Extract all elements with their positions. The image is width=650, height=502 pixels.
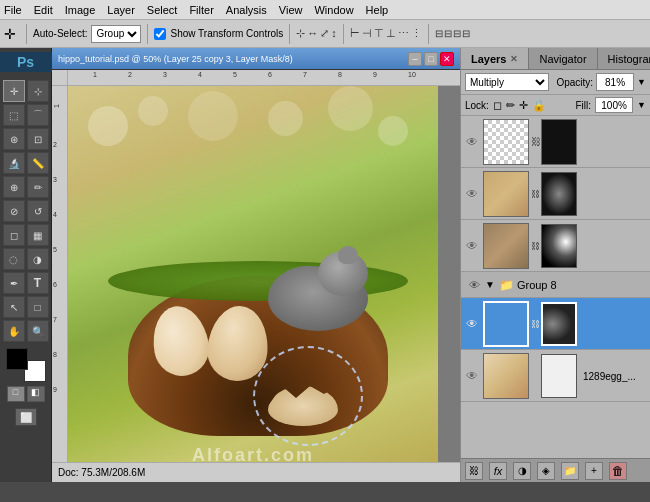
lock-transparent-btn[interactable]: ◻ (493, 99, 502, 112)
blur-tool[interactable]: ◌ (3, 248, 25, 270)
group-folder-icon: 📁 (499, 278, 514, 292)
layer-item[interactable]: 👁 ⛓ (461, 220, 650, 272)
layer-mask-thumbnail (541, 172, 577, 216)
menu-file[interactable]: File (4, 4, 22, 16)
tab-navigator[interactable]: Navigator (529, 48, 597, 69)
dodge-tool[interactable]: ◑ (27, 248, 49, 270)
pen-tool[interactable]: ✒ (3, 272, 25, 294)
ruler-h-9: 9 (373, 71, 377, 78)
artboard-tool[interactable]: ⊹ (27, 80, 49, 102)
ruler-v-1: 1 (53, 104, 60, 108)
tab-histogram[interactable]: Histogram (598, 48, 650, 69)
layer-group-item[interactable]: 👁 ▼ 📁 Group 8 (461, 272, 650, 298)
quickmask-mode-btn[interactable]: ◧ (27, 386, 45, 402)
spot-heal-tool[interactable]: ⊕ (3, 176, 25, 198)
opacity-label: Opacity: (556, 77, 593, 88)
brush-tool[interactable]: ✏ (27, 176, 49, 198)
lock-label: Lock: (465, 100, 489, 111)
ruler-v-3: 3 (53, 176, 57, 183)
ps-logo: Ps (0, 52, 52, 72)
path-select-tool[interactable]: ↖ (3, 296, 25, 318)
gradient-tool[interactable]: ▦ (27, 224, 49, 246)
group-expand-arrow[interactable]: ▼ (485, 279, 495, 290)
marquee-tool[interactable]: ⬚ (3, 104, 25, 126)
canvas-minimize-btn[interactable]: – (408, 52, 422, 66)
lock-pixels-btn[interactable]: ✏ (506, 99, 515, 112)
layer-thumbnail (483, 119, 529, 165)
show-transform-label: Show Transform Controls (170, 28, 283, 39)
layer-item[interactable]: 👁 ⛓ (461, 116, 650, 168)
tab-histogram-label: Histogram (608, 53, 650, 65)
layer-thumbnail (483, 171, 529, 217)
menu-filter[interactable]: Filter (189, 4, 213, 16)
delete-layer-btn[interactable]: 🗑 (609, 462, 627, 480)
opacity-input[interactable] (596, 73, 634, 91)
menu-analysis[interactable]: Analysis (226, 4, 267, 16)
layer-visibility-toggle[interactable]: 👁 (463, 185, 481, 203)
lasso-tool[interactable]: ⌒ (27, 104, 49, 126)
menu-select[interactable]: Select (147, 4, 178, 16)
fill-label: Fill: (576, 100, 592, 111)
history-brush-tool[interactable]: ↺ (27, 200, 49, 222)
autoselect-dropdown[interactable]: Group Layer (91, 25, 141, 43)
layer-thumbnail (483, 301, 529, 347)
canvas-titlebar: hippo_tutorial.psd @ 50% (Layer 25 copy … (52, 48, 460, 70)
layer-mask-thumbnail (541, 119, 577, 165)
layer-visibility-toggle[interactable]: 👁 (463, 367, 481, 385)
zoom-tool[interactable]: 🔍 (27, 320, 49, 342)
tab-layers-close[interactable]: ✕ (510, 54, 518, 64)
move-tool[interactable]: ✛ (3, 80, 25, 102)
eyedropper-tool[interactable]: 🔬 (3, 152, 25, 174)
hand-tool[interactable]: ✋ (3, 320, 25, 342)
layer-item[interactable]: 👁 ⛓ (461, 168, 650, 220)
add-adjustment-btn[interactable]: ◈ (537, 462, 555, 480)
fill-arrow[interactable]: ▼ (637, 100, 646, 110)
clone-stamp-tool[interactable]: ⊘ (3, 200, 25, 222)
link-layers-btn[interactable]: ⛓ (465, 462, 483, 480)
layer-mask-thumbnail (541, 302, 577, 346)
quick-select-tool[interactable]: ⊛ (3, 128, 25, 150)
lock-position-btn[interactable]: ✛ (519, 99, 528, 112)
layer-group-visibility[interactable]: 👁 (465, 279, 483, 291)
menu-view[interactable]: View (279, 4, 303, 16)
ruler-tool[interactable]: 📏 (27, 152, 49, 174)
new-group-btn[interactable]: 📁 (561, 462, 579, 480)
layer-visibility-toggle[interactable]: 👁 (463, 133, 481, 151)
layer-item-active[interactable]: 👁 ⛓ (461, 298, 650, 350)
opacity-arrow[interactable]: ▼ (637, 77, 646, 87)
shape-tool[interactable]: □ (27, 296, 49, 318)
canvas-maximize-btn[interactable]: □ (424, 52, 438, 66)
lock-all-btn[interactable]: 🔒 (532, 99, 546, 112)
blend-mode-dropdown[interactable]: Multiply Normal Screen Overlay (465, 73, 549, 91)
canvas-content: Alfoart.com 设计论坛 www.missyuan.com (68, 86, 460, 482)
menu-layer[interactable]: Layer (107, 4, 135, 16)
type-tool[interactable]: T (27, 272, 49, 294)
menu-image[interactable]: Image (65, 4, 96, 16)
tab-layers[interactable]: Layers ✕ (461, 48, 529, 69)
add-style-btn[interactable]: fx (489, 462, 507, 480)
layer-visibility-toggle[interactable]: 👁 (463, 315, 481, 333)
transform-controls: ⊹↔⤢↕ (296, 27, 337, 40)
new-layer-btn[interactable]: + (585, 462, 603, 480)
ruler-h-6: 6 (268, 71, 272, 78)
fill-input[interactable] (595, 97, 633, 113)
ruler-h-1: 1 (93, 71, 97, 78)
menu-window[interactable]: Window (314, 4, 353, 16)
layer-item[interactable]: 👁 1289egg_... (461, 350, 650, 402)
standard-mode-btn[interactable]: □ (7, 386, 25, 402)
screen-mode-btn[interactable]: ⬜ (15, 408, 37, 426)
canvas-close-btn[interactable]: ✕ (440, 52, 454, 66)
menu-help[interactable]: Help (366, 4, 389, 16)
crop-tool[interactable]: ⊡ (27, 128, 49, 150)
foreground-color-swatch[interactable] (6, 348, 28, 370)
add-mask-btn[interactable]: ◑ (513, 462, 531, 480)
panel-tabs: Layers ✕ Navigator Histogram (461, 48, 650, 70)
ruler-h-8: 8 (338, 71, 342, 78)
ruler-v-9: 9 (53, 386, 57, 393)
layer-visibility-toggle[interactable]: 👁 (463, 237, 481, 255)
show-transform-checkbox[interactable] (154, 28, 166, 40)
ruler-h-7: 7 (303, 71, 307, 78)
menu-edit[interactable]: Edit (34, 4, 53, 16)
layer-mask-thumbnail (541, 354, 577, 398)
eraser-tool[interactable]: ◻ (3, 224, 25, 246)
